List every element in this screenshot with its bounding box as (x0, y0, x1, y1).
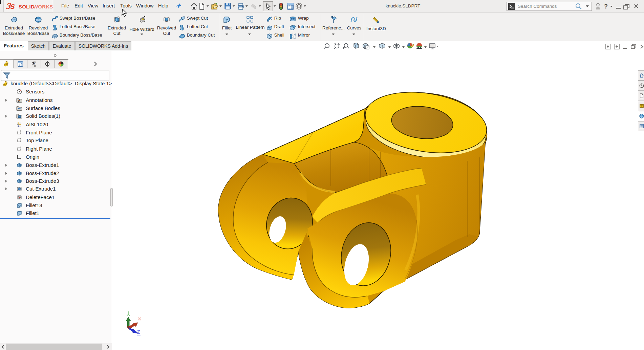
svg-text:A: A (18, 99, 20, 103)
svg-text:?: ? (604, 3, 608, 10)
svg-text:WORKS: WORKS (33, 4, 53, 9)
svg-text:Ɜs: Ɜs (5, 1, 16, 10)
svg-text:SOLID: SOLID (19, 4, 35, 9)
